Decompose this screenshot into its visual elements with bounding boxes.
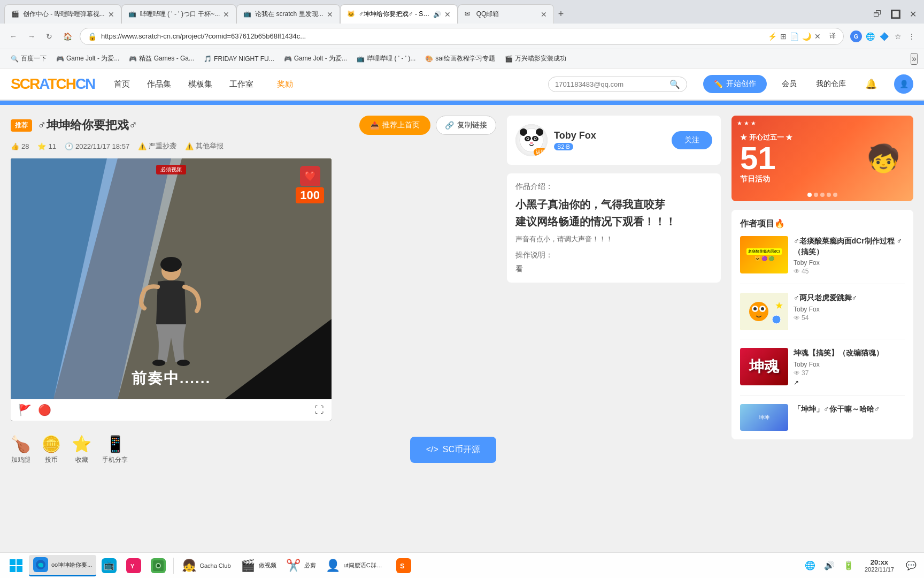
create-button[interactable]: ✏️ 开始创作 — [703, 75, 767, 93]
thumb1-content: 老痰酸菜瘾肉面dCr 🐱 🟣 🟢 — [746, 248, 782, 261]
tab-5[interactable]: ✉ QQ邮箱 ✕ — [458, 4, 554, 24]
dot-5[interactable] — [833, 193, 837, 197]
report2-meta[interactable]: ⚠️ 其他举报 — [185, 141, 224, 151]
ext3-icon[interactable]: 🔷 — [878, 31, 890, 42]
share-action[interactable]: 📱 手机分享 — [102, 435, 128, 465]
bookmark-games[interactable]: 🎮 精益 Games - Ga... — [125, 52, 198, 65]
taskbar-bilibili[interactable]: 📺 — [97, 555, 121, 576]
settings-icon[interactable]: ⋮ — [906, 31, 918, 42]
tab4-close[interactable]: ✕ — [444, 10, 451, 19]
tab5-close[interactable]: ✕ — [541, 10, 547, 19]
flag2-icon: ⚠️ — [185, 142, 194, 150]
banner-advertisement[interactable]: ★ ★ ★ ★ 开心过五一 ★ 51 节日活动 🧒 — [732, 116, 913, 201]
bookmark-bilibili[interactable]: 📺 哔哩哔哩 ( ' - ' )... — [352, 52, 420, 65]
tab1-close[interactable]: ✕ — [108, 10, 114, 19]
search-button[interactable]: 🔍 — [669, 79, 680, 89]
warehouse-link[interactable]: 我的仓库 — [812, 79, 850, 89]
nav-templates[interactable]: 模板集 — [180, 76, 221, 93]
new-tab-button[interactable]: + — [554, 6, 568, 22]
taskbar-scratch[interactable]: S — [392, 555, 415, 576]
member-link[interactable]: 会员 — [777, 79, 801, 89]
bookmarks-more-button[interactable]: » — [911, 53, 918, 65]
search-box[interactable]: 🔍 — [548, 77, 687, 92]
taskbar-clock[interactable]: 20:xx 2022/11/17 — [860, 558, 898, 573]
award-link[interactable]: 奖励 — [273, 76, 297, 93]
night-mode-icon[interactable]: 🌙 — [802, 32, 811, 41]
back-button[interactable]: ← — [6, 30, 20, 43]
translate-icon[interactable]: ⚡ — [768, 32, 777, 41]
start-button[interactable] — [4, 554, 28, 577]
dot-4[interactable] — [827, 193, 831, 197]
project-player[interactable]: ❤️ 100 必须视频 前奏中...... — [11, 158, 332, 399]
stop-button[interactable]: 🔴 — [38, 404, 51, 416]
svg-text:Y: Y — [130, 563, 135, 569]
project-card-2-views: 👁 54 — [794, 314, 905, 322]
bookmark-gamejolt1[interactable]: 🎮 Game Jolt - 为爱... — [52, 52, 124, 65]
sc-open-button[interactable]: </> SC币开源 — [410, 437, 496, 463]
taskbar-gacha[interactable]: 👧 Gacha Club — [177, 555, 235, 576]
network-icon[interactable]: 🌐 — [803, 559, 818, 572]
nav-studio[interactable]: 工作室 — [221, 76, 262, 93]
google-icon[interactable]: G — [850, 31, 862, 42]
views-count-1: 45 — [802, 268, 808, 275]
forward-button[interactable]: → — [25, 30, 38, 43]
chicken-leg-action[interactable]: 🍗 加鸡腿 — [11, 435, 30, 465]
nav-home[interactable]: 首页 — [105, 76, 138, 93]
address-bar[interactable]: 🔒 https://www.scratch-cn.cn/project/?com… — [80, 28, 844, 45]
user-avatar[interactable]: 👤 — [894, 74, 913, 94]
star-icon[interactable]: ☆ — [892, 31, 904, 42]
nav-works[interactable]: 作品集 — [138, 76, 180, 93]
minimize-button[interactable]: 🗗 — [870, 8, 885, 20]
bookmark-baidu[interactable]: 🔍 百度一下 — [6, 52, 51, 65]
project-card-4[interactable]: 坤坤 「坤坤」♂你干嘛～哈哈♂ — [740, 404, 905, 431]
bookmark-sai[interactable]: 🎨 sai绘画教程学习专题 — [421, 52, 499, 65]
taskbar-app3[interactable]: Y — [122, 555, 145, 576]
volume-icon[interactable]: 🔊 — [822, 559, 837, 572]
follow-button[interactable]: 关注 — [672, 131, 712, 149]
tab3-close[interactable]: ✕ — [327, 10, 333, 19]
tab-2[interactable]: 📺 哔哩哔哩 ( ' - ' )つ口 干杯~... ✕ — [121, 4, 237, 24]
bookmark-fnf[interactable]: 🎵 FRIDAY NIGHT FU... — [199, 54, 279, 64]
app4-svg — [153, 560, 164, 571]
report1-meta[interactable]: ⚠️ 严重抄袭 — [138, 141, 176, 151]
tab2-close[interactable]: ✕ — [223, 10, 229, 19]
dot-3[interactable] — [820, 193, 825, 197]
tab-3[interactable]: 📺 论我在 scratch 里发现... ✕ — [236, 4, 340, 24]
bookmark-wanxing[interactable]: 🎬 万兴喵影安装成功 — [500, 52, 571, 65]
search-input[interactable] — [555, 80, 665, 88]
pdf-icon[interactable]: 📄 — [790, 32, 799, 41]
fullscreen-button[interactable]: ⛶ — [314, 405, 324, 416]
banner-stars-left: ★ ★ ★ — [737, 120, 756, 127]
refresh-button[interactable]: ↻ — [43, 30, 56, 43]
play-button[interactable]: 🚩 — [18, 404, 32, 416]
tab-1[interactable]: 🎬 创作中心 - 哔哩哔哩弹幕视... ✕ — [4, 4, 121, 24]
notification-button[interactable]: 💬 — [903, 559, 920, 572]
recommend-button[interactable]: 📤 推荐上首页 — [359, 116, 430, 135]
taskbar-app4[interactable] — [147, 555, 170, 576]
bookmark-gamejolt2[interactable]: 🎮 Game Jolt - 为爱... — [280, 52, 351, 65]
battery-icon[interactable]: 🔋 — [841, 559, 856, 572]
maximize-button[interactable]: 🔲 — [887, 8, 904, 20]
coin-action[interactable]: 🪙 投币 — [41, 435, 61, 465]
taskbar-browser[interactable]: oo坤坤给你要... — [29, 555, 96, 576]
taskbar-dovideo[interactable]: 🎬 做视频 — [236, 555, 281, 576]
grid-icon[interactable]: ⊞ — [780, 32, 787, 41]
taskbar-bicut[interactable]: ✂️ 必剪 — [282, 555, 320, 576]
project-card-3[interactable]: 坤魂 坤魂【搞笑】（改编猫魂） Toby Fox 👁 37 ↗ — [740, 348, 905, 396]
close-window-button[interactable]: ✕ — [906, 8, 920, 20]
ext2-icon[interactable]: 🌐 — [864, 31, 876, 42]
project-card-2[interactable]: ★ ♂两只老虎爱跳舞♂ Toby Fox 👁 54 — [740, 293, 905, 339]
extension-icon[interactable]: ✕ — [814, 32, 821, 41]
project-card-1[interactable]: 老痰酸菜瘾肉面dCr 🐱 🟣 🟢 ♂老痰酸菜瘾肉面dCr制作过程 ♂（搞笑） T… — [740, 236, 905, 284]
dot-1[interactable] — [807, 193, 812, 197]
home-button[interactable]: 🏠 — [60, 30, 75, 43]
scratch-logo[interactable]: SCRATCHCN — [11, 75, 95, 93]
dot-2[interactable] — [814, 193, 818, 197]
copy-link-button[interactable]: 🔗 复制链接 — [436, 116, 496, 135]
star-action-icon: ⭐ — [72, 435, 91, 453]
favorite-action[interactable]: ⭐ 收藏 — [72, 435, 91, 465]
notification-icon[interactable]: 🔔 — [861, 78, 881, 90]
author-avatar[interactable]: 认证 — [515, 124, 548, 156]
taskbar-group[interactable]: 👤 ut闯腰语C群等... — [321, 555, 391, 576]
tab-4[interactable]: 🐱 ♂坤坤给你要把戏♂ - Sc... 🔊 ✕ — [340, 4, 458, 24]
